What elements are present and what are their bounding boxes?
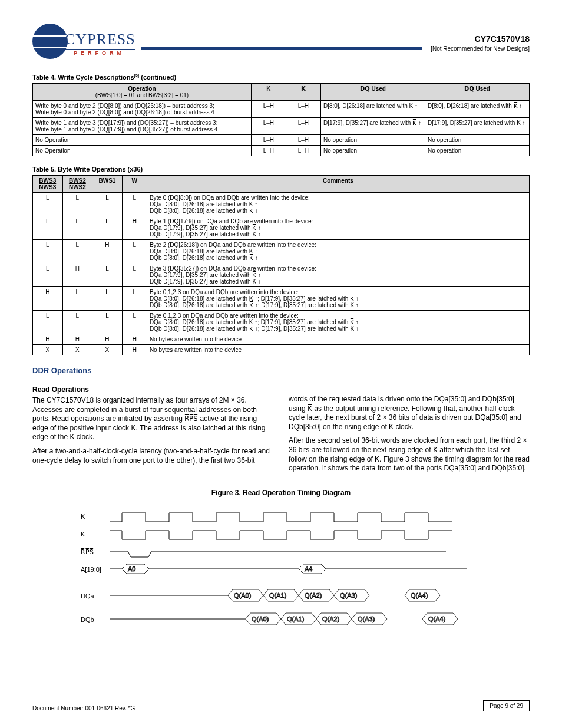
sig-label-kb: K̅ [81,531,85,538]
svg-text:Q(A4): Q(A4) [411,592,428,599]
design-note: [Not Recommended for New Designs] [431,45,530,52]
table-row: LHLLByte 3 (DQ[35:27]) on DQa and DQb ar… [33,263,530,287]
svg-text:Q(A1): Q(A1) [269,592,286,599]
page-number: Page 9 of 29 [483,700,530,711]
table4-title-main: Table 4. Write Cycle Descriptions [32,74,134,81]
logo-text: CYPRESS [65,31,135,50]
doc-number: Document Number: 001-06621 Rev. *G [32,705,135,711]
svg-text:Q(A4): Q(A4) [428,615,445,622]
th-operation: Operation (BWS[1:0] = 01 and BWS[3:2] = … [33,84,252,101]
table4-footnote-ref: [5] [134,73,140,77]
th-bws2: BWS2NWS2 [62,176,92,193]
th-k: K [251,84,286,101]
table4-title-cont: (continued) [139,74,176,81]
cypress-logo: CYPRESS PERFORM [32,24,135,62]
table4-title: Table 4. Write Cycle Descriptions[5] (co… [32,74,530,81]
table-row: Write byte 0 and byte 2 (DQ[8:0]) and (D… [33,101,530,118]
svg-text:Q(A0): Q(A0) [252,615,269,622]
read-p3: After the second set of 36-bit words are… [289,436,530,473]
th-dqb: D̅Q̅ Used [425,84,529,101]
svg-text:Q(A2): Q(A2) [322,615,339,622]
page-header: CYPRESS PERFORM CY7C1570V18 [Not Recomme… [32,24,530,62]
table-row: LLLLByte 0,1,2,3 on DQa and DQb are writ… [33,311,530,334]
read-ops-heading: Read Operations [32,386,530,394]
th-w: W [122,176,147,193]
table-row: HHHHNo bytes are written into the device [33,334,530,345]
read-ops-body: The CY7C1570V18 is organized internally … [32,395,530,473]
table-row: LLLHByte 1 (DQ[17:9]) on DQa and DQb are… [33,216,530,240]
header-right: CY7C1570V18 [Not Recommended for New Des… [431,34,530,52]
ddr-heading: DDR Operations [32,366,530,375]
table-row: No OperationL–HL–HNo operationNo operati… [33,146,530,156]
table5-title: Table 5. Byte Write Operations (x36) [32,166,530,173]
table-row: No OperationL–HL–HNo operationNo operati… [33,135,530,146]
table4-header-row: Operation (BWS[1:0] = 01 and BWS[3:2] = … [33,84,530,101]
figure3-title: Figure 3. Read Operation Timing Diagram [32,489,530,497]
header-rule [141,47,422,50]
svg-text:Q(A3): Q(A3) [340,592,357,599]
svg-text:Q(A3): Q(A3) [358,615,375,622]
svg-text:Q(A0): Q(A0) [234,592,251,599]
part-number: CY7C1570V18 [431,34,530,44]
table-row: LLHLByte 2 (DQ[26:18]) on DQa and DQb ar… [33,240,530,263]
th-bws1: BWS1 [92,176,123,193]
th-dqa: D̅Q̅ Used [320,84,425,101]
svg-text:A4: A4 [305,565,312,572]
th-kbar: K̅ [286,84,320,101]
sig-label-dqb: DQb [81,616,94,623]
th-bws3: BWS3NWS3 [33,176,63,193]
table-row: XXXHNo bytes are written into the device [33,345,530,355]
timing-diagram: K K̅ R̅P̅S̅ A[19:0] DQa DQb A0 A4 Q(A0) … [75,504,487,634]
table-row: LLLLByte 0 (DQ[8:0]) on DQa and DQb are … [33,193,530,216]
globe-icon [32,24,68,59]
figure3: Figure 3. Read Operation Timing Diagram … [32,489,530,635]
sig-label-rps: R̅P̅S̅ [81,548,94,555]
svg-text:Q(A1): Q(A1) [287,615,304,622]
read-p1: The CY7C1570V18 is organized internally … [32,396,273,442]
svg-text:Q(A2): Q(A2) [305,592,322,599]
table5-header-row: BWS3NWS3 BWS2NWS2 BWS1 W Comments [33,176,530,193]
logo-subtext: PERFORM [74,50,125,56]
table5: BWS3NWS3 BWS2NWS2 BWS1 W Comments LLLLBy… [32,175,530,355]
sig-label-dqa: DQa [81,592,95,599]
th-comments: Comments [147,176,529,193]
table-row: HLLLByte 0,1,2,3 on DQa and DQb are writ… [33,287,530,311]
svg-text:A0: A0 [128,565,135,572]
page-footer: Document Number: 001-06621 Rev. *G Page … [32,700,530,711]
table-row: Write byte 1 and byte 3 (DQ[17:9]) and (… [33,118,530,135]
table4: Operation (BWS[1:0] = 01 and BWS[3:2] = … [32,83,530,156]
sig-label-addr: A[19:0] [81,566,101,573]
sig-label-k: K [81,513,85,520]
